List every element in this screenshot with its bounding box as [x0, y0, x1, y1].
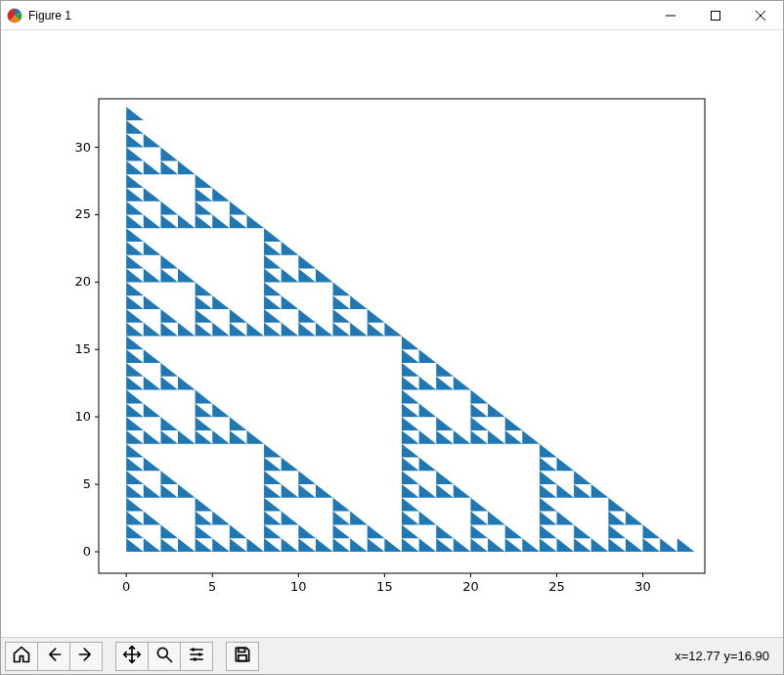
svg-marker-207 — [350, 323, 368, 337]
svg-marker-172 — [126, 390, 144, 404]
svg-marker-59 — [608, 538, 626, 552]
svg-marker-169 — [419, 403, 437, 417]
svg-marker-126 — [540, 471, 557, 484]
svg-marker-67 — [230, 524, 247, 538]
svg-marker-255 — [246, 214, 264, 228]
svg-marker-100 — [402, 498, 419, 512]
matplotlib-icon — [7, 8, 22, 23]
svg-marker-95 — [626, 512, 643, 525]
maximize-button[interactable] — [693, 1, 738, 30]
forward-button[interactable] — [69, 642, 103, 671]
subplots-button[interactable] — [180, 642, 213, 671]
svg-marker-49 — [436, 538, 454, 552]
pan-button[interactable] — [115, 642, 149, 671]
svg-marker-45 — [368, 538, 385, 552]
svg-marker-225 — [350, 295, 368, 309]
svg-marker-254 — [230, 214, 247, 228]
svg-marker-61 — [643, 538, 661, 552]
svg-marker-173 — [196, 390, 213, 404]
svg-marker-32 — [144, 538, 161, 552]
save-button[interactable] — [226, 642, 259, 671]
svg-marker-94 — [608, 512, 626, 525]
svg-marker-112 — [402, 484, 419, 498]
svg-marker-69 — [298, 524, 316, 538]
svg-marker-194 — [126, 323, 144, 337]
svg-marker-124 — [402, 471, 419, 484]
svg-marker-158 — [196, 417, 213, 430]
svg-marker-116 — [540, 484, 557, 498]
svg-marker-221 — [212, 295, 230, 309]
svg-marker-37 — [230, 538, 247, 552]
svg-marker-268 — [160, 160, 178, 174]
svg-marker-159 — [230, 417, 247, 430]
svg-marker-121 — [160, 471, 178, 484]
close-button[interactable] — [738, 1, 783, 30]
svg-marker-84 — [264, 512, 282, 525]
svg-marker-97 — [196, 498, 213, 512]
svg-marker-235 — [282, 269, 299, 283]
svg-marker-142 — [160, 430, 178, 444]
svg-marker-71 — [368, 524, 385, 538]
svg-marker-132 — [402, 458, 419, 472]
svg-marker-35 — [196, 538, 213, 552]
svg-marker-165 — [144, 403, 161, 417]
svg-marker-229 — [333, 282, 351, 295]
svg-marker-86 — [333, 512, 351, 525]
svg-marker-144 — [196, 430, 213, 444]
svg-marker-205 — [316, 323, 333, 337]
svg-marker-133 — [419, 458, 437, 472]
svg-text:10: 10 — [290, 579, 307, 594]
back-button[interactable] — [37, 642, 70, 671]
svg-marker-147 — [246, 430, 264, 444]
svg-marker-234 — [264, 269, 282, 283]
svg-text:25: 25 — [74, 206, 91, 221]
svg-marker-90 — [470, 512, 488, 525]
svg-marker-98 — [264, 498, 282, 512]
zoom-button[interactable] — [148, 642, 181, 671]
svg-marker-239 — [160, 255, 178, 269]
svg-point-279 — [194, 657, 196, 660]
svg-marker-106 — [160, 484, 178, 498]
home-button[interactable] — [5, 642, 38, 671]
svg-marker-154 — [505, 430, 523, 444]
svg-marker-135 — [557, 458, 575, 472]
svg-marker-120 — [126, 471, 144, 484]
svg-point-278 — [198, 652, 201, 655]
svg-marker-41 — [298, 538, 316, 552]
minimize-button[interactable] — [648, 1, 693, 30]
svg-marker-62 — [660, 538, 677, 552]
svg-marker-85 — [282, 512, 299, 525]
window-title: Figure 1 — [28, 9, 71, 22]
svg-marker-108 — [264, 484, 282, 498]
svg-marker-118 — [574, 484, 591, 498]
svg-marker-46 — [384, 538, 402, 552]
svg-text:10: 10 — [74, 409, 91, 424]
svg-marker-260 — [126, 188, 144, 202]
plot-canvas[interactable]: 051015202530051015202530 — [1, 30, 783, 637]
svg-marker-127 — [574, 471, 591, 484]
svg-marker-78 — [608, 524, 626, 538]
svg-marker-131 — [282, 458, 299, 472]
svg-marker-193 — [402, 337, 419, 350]
svg-marker-199 — [212, 323, 230, 337]
svg-marker-197 — [178, 323, 196, 337]
svg-marker-178 — [160, 377, 178, 390]
svg-marker-55 — [540, 538, 557, 552]
svg-marker-186 — [402, 363, 419, 377]
arrow-right-icon — [76, 645, 96, 667]
figure-window: Figure 1 051015202530051015202530 — [0, 0, 784, 675]
svg-marker-246 — [126, 228, 144, 242]
svg-text:0: 0 — [83, 544, 91, 559]
plot-svg: 051015202530051015202530 — [1, 30, 783, 637]
svg-marker-272 — [126, 134, 144, 148]
svg-text:0: 0 — [122, 579, 130, 594]
svg-marker-232 — [160, 269, 178, 283]
svg-marker-54 — [522, 538, 540, 552]
svg-marker-50 — [454, 538, 471, 552]
svg-marker-75 — [505, 524, 523, 538]
svg-marker-168 — [402, 403, 419, 417]
svg-text:20: 20 — [74, 274, 91, 289]
svg-marker-70 — [333, 524, 351, 538]
svg-marker-137 — [264, 444, 282, 458]
svg-marker-163 — [505, 417, 523, 430]
